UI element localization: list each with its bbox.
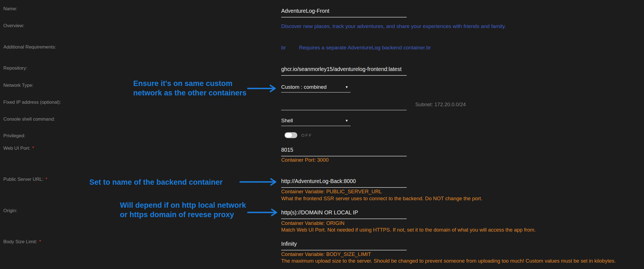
field-label-name: Name:: [3, 6, 17, 12]
required-asterisk: *: [39, 239, 41, 244]
annotation-public-url-note: Set to name of the backend container: [89, 177, 223, 187]
origin-variable: Container Variable: ORIGIN: [281, 220, 344, 226]
origin-description: Match Web UI Port. Not needed if using H…: [281, 227, 536, 233]
field-label-repository: Repository:: [3, 65, 27, 71]
container-port-hint: Container Port: 3000: [281, 157, 329, 163]
annotation-network-note: Ensure it's on same custom network as th…: [133, 79, 246, 98]
public-server-url-variable: Container Variable: PUBLIC_SERVER_URL: [281, 189, 382, 195]
additional-requirements-br: br: [281, 45, 286, 51]
field-label-webui-port: Web UI Port:*: [3, 146, 34, 151]
network-type-value: Custom : combined: [281, 84, 327, 90]
field-label-overview: Overview:: [3, 23, 24, 29]
field-label-body-size-limit: Body Size Limit:*: [3, 239, 41, 245]
required-asterisk: *: [46, 177, 47, 182]
additional-requirements-text: Requires a separate AdventureLog backend…: [299, 45, 431, 51]
field-label-origin: Origin:: [3, 208, 17, 214]
origin-input[interactable]: [281, 209, 407, 219]
field-label-public-server-url: Public Server URL:*: [3, 177, 47, 182]
console-shell-select[interactable]: Shell ▼: [281, 118, 351, 126]
webui-port-input[interactable]: [281, 147, 407, 156]
chevron-down-icon: ▼: [345, 84, 351, 89]
fixed-ip-input[interactable]: [281, 101, 407, 110]
field-label-privileged: Privileged:: [3, 133, 25, 139]
chevron-down-icon: ▼: [345, 118, 351, 123]
field-label-additional-requirements: Additional Requirements:: [3, 44, 56, 50]
field-label-console-shell: Console shell command:: [3, 116, 55, 122]
required-asterisk: *: [32, 146, 34, 151]
arrow-right-icon: [247, 208, 281, 217]
arrow-right-icon: [239, 178, 280, 186]
arrow-right-icon: [247, 84, 279, 93]
body-size-limit-input[interactable]: [281, 241, 407, 250]
toggle-off-label: OFF: [301, 133, 312, 138]
container-template-form: Name: Overview: Additional Requirements:…: [0, 0, 644, 269]
body-size-limit-description: The maximum upload size to the server. S…: [281, 258, 616, 264]
toggle-knob: [285, 133, 292, 138]
annotation-origin-note: Will depend if on http local network or …: [120, 201, 246, 219]
name-input[interactable]: [281, 8, 407, 17]
public-server-url-input[interactable]: [281, 178, 407, 188]
body-size-limit-variable: Container Variable: BODY_SIZE_LIMIT: [281, 251, 371, 257]
console-shell-value: Shell: [281, 118, 293, 124]
privileged-toggle[interactable]: [285, 132, 297, 138]
repository-input[interactable]: [281, 66, 407, 76]
network-type-select[interactable]: Custom : combined ▼: [281, 84, 351, 93]
field-label-fixed-ip: Fixed IP address (optional):: [3, 100, 61, 105]
public-server-url-description: What the frontend SSR server uses to con…: [281, 196, 482, 202]
field-label-network-type: Network Type:: [3, 83, 33, 88]
overview-text: Discover new places, track your adventur…: [281, 23, 506, 29]
subnet-text: Subnet: 172.20.0.0/24: [415, 101, 466, 108]
